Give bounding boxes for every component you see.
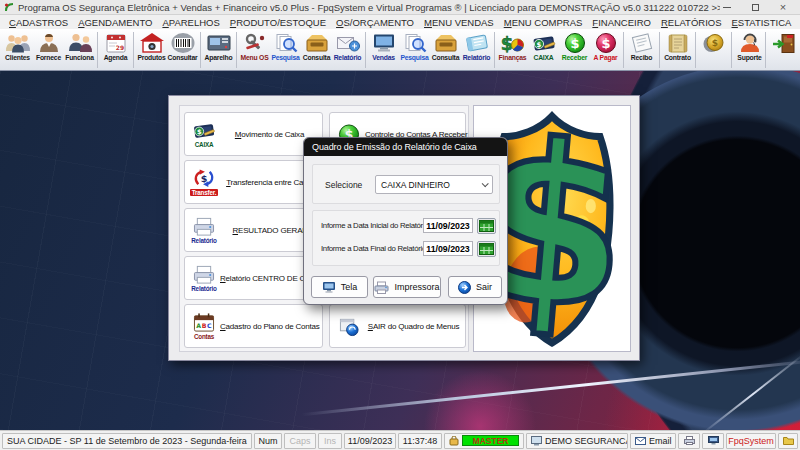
svg-text:$: $ (570, 35, 579, 50)
window-close-button[interactable]: × (776, 2, 790, 13)
printer-icon (191, 216, 217, 237)
transfer-arrows-icon: $ (191, 168, 217, 189)
select-label: Selecione (325, 180, 362, 190)
toolbar-separator (494, 32, 495, 68)
toolbar-button-consulta-vendas[interactable]: Consulta (430, 30, 461, 70)
window-maximize-button[interactable] (748, 2, 762, 13)
status-network[interactable] (702, 433, 724, 449)
search-pages-icon (273, 32, 299, 54)
button-sair-quadro-de-menus[interactable]: SAIR do Quadro de Menus (329, 304, 466, 348)
svg-text:$: $ (536, 41, 541, 49)
toolbar-button-contrato[interactable]: Contrato (662, 30, 693, 70)
book-icon (464, 32, 490, 54)
calendar-abc-icon: A B C (191, 312, 217, 333)
menu-aparelhos[interactable]: APARELHOS (157, 17, 224, 28)
dialog-titlebar[interactable]: Quadro de Emissão do Relatório de Caixa (304, 138, 507, 156)
toolbar-button-menu-os[interactable]: Menu OS (239, 30, 270, 70)
toolbar-separator (236, 32, 237, 68)
calendar-icon: 29 (103, 32, 129, 54)
toolbar-button-produtos[interactable]: Produtos (136, 30, 167, 70)
window-title: Programa OS Segurança Eletrônica + Venda… (18, 2, 720, 13)
app-logo-icon (4, 2, 14, 12)
menu-produto-estoque[interactable]: PRODUTO/ESTOQUE (225, 17, 331, 28)
status-company: DEMO SEGURANCA 5.0 (526, 433, 628, 449)
status-time: 11:37:48 (398, 433, 442, 449)
date-final-field[interactable]: 11/09/2023 (423, 241, 473, 256)
menubar: CADASTROS AGENDAMENTO APARELHOS PRODUTO/… (0, 15, 800, 29)
toolbar-button-clientes[interactable]: Clientes (2, 30, 33, 70)
caixa-select-value: CAIXA DINHEIRO (381, 180, 450, 190)
toolbar-button-suporte[interactable]: Suporte (734, 30, 765, 70)
tools-icon (242, 32, 268, 54)
menu-menu-compras[interactable]: MENU COMPRAS (499, 17, 588, 28)
svg-text:$: $ (201, 173, 208, 184)
receipt-icon (629, 32, 655, 54)
toolbar-button-vendas[interactable]: Vendas (368, 30, 399, 70)
drawer-icon (433, 32, 459, 54)
toolbar-button-caixa[interactable]: $ CAIXA (528, 30, 559, 70)
house-camera-icon (139, 32, 165, 54)
button-cadastro-plano-de-contas[interactable]: A B C Contas Cadastro do Plano de Contas (184, 304, 323, 348)
toolbar-separator (695, 32, 696, 68)
printer-icon (684, 436, 695, 445)
calendar-picker-icon (479, 243, 494, 255)
titlebar: Programa OS Segurança Eletrônica + Venda… (0, 0, 800, 15)
svg-text:B: B (202, 322, 207, 329)
toolbar-button-fornece[interactable]: Fornece (33, 30, 64, 70)
menu-ferramentas[interactable]: FERRAMENTAS (796, 17, 800, 28)
menu-agendamento[interactable]: AGENDAMENTO (73, 17, 157, 28)
toolbar: Clientes Fornece Funciona 29 (0, 29, 800, 71)
toolbar-button-a-pagar[interactable]: $ A Pagar (590, 30, 621, 70)
menu-relatorios[interactable]: RELATÓRIOS (656, 17, 727, 28)
toolbar-button-agenda[interactable]: 29 Agenda (100, 30, 131, 70)
date-initial-field[interactable]: 11/09/2023 (423, 218, 473, 233)
svg-text:C: C (207, 322, 212, 329)
impressora-button[interactable]: Impressora (373, 276, 441, 298)
status-folder[interactable] (778, 433, 798, 449)
toolbar-button-financas[interactable]: $ Finanças (497, 30, 528, 70)
toolbar-button-receber[interactable]: $ Receber (559, 30, 590, 70)
menu-menu-vendas[interactable]: MENU VENDAS (419, 17, 499, 28)
caixa-select[interactable]: CAIXA DINHEIRO (375, 175, 493, 194)
toolbar-button-funciona[interactable]: Funciona (64, 30, 95, 70)
status-printer[interactable] (678, 433, 700, 449)
menu-estatistica[interactable]: ESTATISTICA (727, 17, 797, 28)
search-pages-icon (402, 32, 428, 54)
toolbar-button-consulta-os[interactable]: Consulta (301, 30, 332, 70)
menu-cadastros[interactable]: CADASTROS (4, 17, 73, 28)
svg-text:$: $ (197, 128, 202, 136)
person-icon (36, 32, 62, 54)
status-ins: Ins (318, 433, 342, 449)
printer-icon (191, 264, 217, 285)
cash-book-icon: $ (191, 120, 217, 141)
toolbar-button-recibo[interactable]: Recibo (626, 30, 657, 70)
toolbar-separator (133, 32, 134, 68)
toolbar-button-consultar[interactable]: Consultar (167, 30, 198, 70)
toolbar-separator (97, 32, 98, 68)
people-group-icon (5, 32, 31, 54)
status-caps: Caps (284, 433, 316, 449)
toolbar-button-aparelho[interactable]: Aparelho (203, 30, 234, 70)
toolbar-button-coin[interactable]: $ (698, 30, 729, 70)
status-date: 11/09/2023 (344, 433, 396, 449)
toolbar-button-exit[interactable] (768, 30, 799, 70)
date-initial-calendar-button[interactable] (477, 218, 496, 234)
toolbar-button-relatorio-os[interactable]: Relatório (332, 30, 363, 70)
window-minimize-button[interactable] (720, 2, 734, 13)
toolbar-button-pesquisa-vendas[interactable]: Pesquisa (399, 30, 430, 70)
exit-sphere-icon (336, 316, 362, 337)
dialog-sair-button[interactable]: Sair (448, 276, 502, 298)
toolbar-button-pesquisa-os[interactable]: Pesquisa (270, 30, 301, 70)
menu-os-orcamento[interactable]: OS/ORÇAMENTO (331, 17, 419, 28)
tela-button[interactable]: Tela (311, 276, 368, 298)
people-pair-icon (67, 32, 93, 54)
status-email[interactable]: Email (630, 433, 676, 449)
menu-financeiro[interactable]: FINANCEIRO (587, 17, 656, 28)
cash-book-icon: $ (531, 32, 557, 54)
status-brand: FpqSystem (726, 433, 776, 449)
date-final-calendar-button[interactable] (477, 241, 496, 257)
toolbar-button-relatorio-vendas[interactable]: Relatório (461, 30, 492, 70)
toolbar-separator (623, 32, 624, 68)
monitor-icon (371, 32, 397, 54)
toolbar-separator (365, 32, 366, 68)
